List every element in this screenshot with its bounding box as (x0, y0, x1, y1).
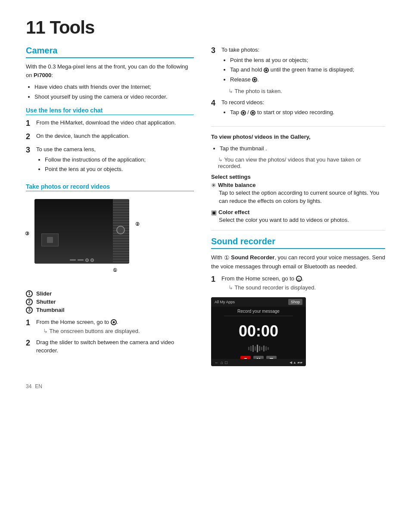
step-text: Drag the slider to switch between the ca… (36, 339, 174, 354)
select-settings-title: Select settings (211, 174, 385, 180)
rec-icon-1 (241, 110, 246, 115)
sound-app-icon: ① (296, 276, 302, 282)
step-number: 1 (26, 317, 33, 336)
signal-icon: ◀ (290, 361, 292, 364)
step-2-video-chat: 2 On the device, launch the application. (26, 132, 194, 143)
camera-intro: With the 0.3 Mega-pixel lens at the fron… (26, 62, 194, 79)
list-item: Shoot yourself by using the camera or vi… (34, 93, 194, 101)
label-1: 1 Slider (26, 290, 194, 297)
color-effect-desc: Select the color you want to add to vide… (219, 216, 385, 224)
list-item: Release . (230, 75, 385, 84)
release-icon (252, 77, 257, 82)
list-item: Point the lens at you or objects. (45, 165, 194, 174)
video-chat-title: Use the lens for video chat (26, 107, 194, 115)
callout-2: ② (135, 221, 140, 227)
sound-bottom-bar: ← ⌂ □ ◀ ▲ ▰▰ (211, 359, 306, 366)
sound-timer: 00:00 (211, 316, 306, 344)
callout-3: ③ (25, 231, 29, 236)
white-balance-desc: Tap to select the option according to cu… (219, 189, 385, 205)
gallery-result: You can view the photos/ videos that you… (218, 156, 385, 169)
list-item: Point the lens at you or objects; (230, 56, 385, 65)
step-text: On the device, launch the application. (36, 133, 130, 139)
camera-section: Camera With the 0.3 Mega-pixel lens at t… (26, 46, 194, 355)
white-balance-label: White balance (218, 182, 255, 188)
wifi-icon: ▲ (293, 361, 296, 364)
page-number: 34 (26, 383, 31, 389)
label-3: 3 Thumbnail (26, 307, 194, 314)
color-effect-setting: ▣ Color effect Select the color you want… (211, 209, 385, 224)
sound-recorder-section: Sound recorder With ① Sound Recorder, yo… (211, 236, 385, 366)
label-text: Shutter (36, 299, 56, 305)
right-column: 3 To take photos: Point the lens at you … (211, 46, 385, 366)
status-icons: ◀ ▲ ▰▰ (290, 361, 302, 364)
color-effect-icon: ▣ (211, 209, 217, 216)
tap-icon (264, 68, 269, 73)
step-3-photos: 3 To take photos: Point the lens at you … (211, 46, 385, 96)
label-text: Thumbnail (36, 307, 65, 314)
screenshot-labels: 1 Slider 2 Shutter 3 Thumbnail (26, 290, 194, 314)
step-text: To use the camera lens, (36, 146, 96, 152)
language-label: EN (35, 383, 42, 389)
step-1-photos: 1 From the Home screen, go to . The onsc… (26, 318, 194, 336)
page-footer: 34 EN (26, 383, 385, 389)
waveform (211, 344, 306, 353)
page-title: 11 Tools (26, 17, 385, 38)
callout-1: ① (113, 268, 117, 273)
list-item: Tap and hold until the green frame is di… (230, 65, 385, 74)
camera-icon (111, 319, 117, 325)
step-text: From the Home screen, go to ①. (221, 275, 303, 282)
step-text: From the HiMarket, download the video ch… (36, 119, 176, 126)
sound-recorder-screenshot: All My Apps Shop Record your message 00:… (211, 297, 306, 366)
camera-screenshot-wrapper: ① ② ③ (34, 195, 129, 270)
sound-recorder-intro: With ① Sound Recorder, you can record yo… (211, 253, 385, 271)
step-number: 2 (26, 131, 33, 143)
step-result: The onscreen buttons are displayed. (43, 327, 194, 336)
list-item: Tap the thumbnail . (220, 144, 385, 153)
step-number: 1 (26, 118, 33, 129)
step-1-sound: 1 From the Home screen, go to ①. The sou… (211, 274, 385, 292)
shop-label: Shop (288, 299, 302, 305)
step-text: To record videos: (221, 99, 264, 106)
sunburst-icon: ✳ (211, 182, 216, 189)
step-number: 4 (211, 97, 218, 120)
gallery-bullets: Tap the thumbnail . (220, 144, 385, 153)
list-item: Have video chats with friends over the I… (34, 83, 194, 91)
camera-capabilities: Have video chats with friends over the I… (34, 83, 194, 101)
step-text: From the Home screen, go to . (36, 319, 118, 325)
step-number: 3 (26, 144, 33, 177)
sound-recorder-icon: ① (224, 254, 230, 261)
step-number: 1 (211, 274, 218, 292)
list-item: Follow the instructions of the applicati… (45, 156, 194, 164)
step-1-video-chat: 1 From the HiMarket, download the video … (26, 118, 194, 129)
step-number: 3 (211, 45, 218, 96)
sound-recorder-title: Sound recorder (211, 236, 385, 249)
step-result: The sound recorder is displayed. (228, 283, 385, 292)
step-4-photos: 4 To record videos: Tap / to start or st… (211, 98, 385, 120)
rec-icon-2 (250, 110, 255, 115)
step-text: To take photos: (221, 47, 259, 53)
step-2-photos: 2 Drag the slider to switch between the … (26, 338, 194, 355)
left-column: Camera With the 0.3 Mega-pixel lens at t… (26, 46, 194, 358)
step-bullets: Point the lens at you or objects; Tap an… (230, 56, 385, 84)
divider (211, 126, 385, 127)
camera-section-title: Camera (26, 46, 194, 58)
bottom-left-icons: ← ⌂ □ (215, 360, 227, 365)
badge-3: 3 (26, 307, 33, 314)
take-photos-title: Take photos or record videos (26, 183, 194, 191)
record-label: Record your message (224, 307, 293, 316)
badge-1: 1 (26, 290, 33, 297)
home-icon: ⌂ (221, 360, 223, 365)
battery-icon: ▰▰ (297, 361, 302, 364)
white-balance-setting: ✳ White balance Tap to select the option… (211, 182, 385, 205)
list-item: Tap / to start or stop video recording. (230, 108, 385, 117)
camera-screenshot (34, 199, 129, 264)
gallery-title: To view photos/ videos in the Gallery, (211, 133, 385, 141)
step-3-video-chat: 3 To use the camera lens, Follow the ins… (26, 145, 194, 177)
badge-2: 2 (26, 299, 33, 305)
label-2: 2 Shutter (26, 299, 194, 305)
step-result: The photo is taken. (228, 87, 385, 96)
label-text: Slider (36, 290, 52, 297)
back-icon: ← (215, 360, 219, 365)
step-bullets: Follow the instructions of the applicati… (45, 156, 194, 174)
step-number: 2 (26, 337, 33, 355)
